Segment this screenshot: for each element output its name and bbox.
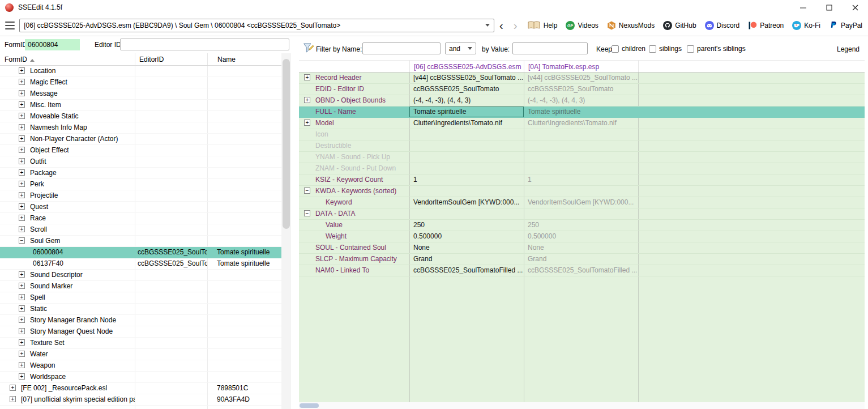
minimize-button[interactable] xyxy=(790,0,816,15)
link-videos[interactable]: GPVideos xyxy=(566,21,598,30)
tree-row[interactable]: 06000804ccBGSSSE025_SoulTo...Tomate spir… xyxy=(0,247,281,258)
expand-icon[interactable]: + xyxy=(19,215,25,221)
record-row[interactable]: +KeywordVendorItemSoulGem [KYWD:000...Ve… xyxy=(299,197,865,208)
expand-icon[interactable]: + xyxy=(19,362,25,368)
siblings-checkbox-box[interactable] xyxy=(649,45,656,53)
collapse-icon[interactable]: − xyxy=(304,210,310,216)
expand-icon[interactable]: + xyxy=(19,339,25,346)
scrollbar-thumb[interactable] xyxy=(283,59,290,229)
tree-row[interactable]: +Race xyxy=(0,213,281,224)
expand-icon[interactable]: + xyxy=(19,283,25,289)
legend-button[interactable]: Legend xyxy=(837,45,860,53)
record-row[interactable]: +ModelClutter\Ingredients\Tomato.nifClut… xyxy=(299,118,865,129)
tree-row[interactable]: 06137F40ccBGSSSE025_SoulTo...Tomate spir… xyxy=(0,258,281,270)
expand-icon[interactable]: + xyxy=(19,351,25,357)
back-button[interactable]: ‹ xyxy=(494,20,508,31)
tree-row[interactable]: +Weapon xyxy=(0,360,281,372)
tree-row[interactable]: +Misc. Item xyxy=(0,100,281,111)
horizontal-scrollbar[interactable] xyxy=(299,402,865,409)
expand-icon[interactable]: + xyxy=(19,203,25,210)
expand-icon[interactable]: + xyxy=(19,181,25,187)
tree-row[interactable]: +Water xyxy=(0,349,281,360)
maximize-button[interactable] xyxy=(816,0,842,15)
record-row[interactable]: −KWDA - Keywords (sorted) xyxy=(299,186,865,197)
tree-row[interactable]: +Scroll xyxy=(0,224,281,236)
children-checkbox-box[interactable] xyxy=(612,45,619,53)
tree-row[interactable]: +Navmesh Info Map xyxy=(0,122,281,134)
expand-icon[interactable]: + xyxy=(19,305,25,312)
tree-row[interactable]: +Quest xyxy=(0,202,281,213)
record-row[interactable]: +Value250250 xyxy=(299,220,865,231)
collapse-icon[interactable]: − xyxy=(304,188,310,194)
tree-row[interactable]: −Soul Gem xyxy=(0,236,281,247)
forward-button[interactable]: › xyxy=(508,20,523,31)
record-row[interactable]: −DATA - DATA xyxy=(299,208,865,220)
link-discord[interactable]: Discord xyxy=(705,21,740,30)
tree-row[interactable]: +Story Manager Quest Node xyxy=(0,326,281,338)
expand-icon[interactable]: + xyxy=(19,147,25,153)
link-github[interactable]: GitHub xyxy=(663,21,696,30)
record-row[interactable]: +SLCP - Maximum CapacityGrandGrand xyxy=(299,254,865,265)
expand-icon[interactable]: + xyxy=(19,317,25,323)
tree-row[interactable]: +Location xyxy=(0,66,281,77)
grid-column-plugin-2[interactable]: [0A] TomatoFix.esp.esp xyxy=(524,61,638,72)
checkbox-children[interactable]: children xyxy=(612,45,645,53)
link-help[interactable]: Help xyxy=(527,20,558,30)
collapse-icon[interactable]: − xyxy=(19,237,25,244)
expand-icon[interactable]: + xyxy=(10,396,16,402)
record-row[interactable]: +EDID - Editor IDccBGSSSE025_SoulTomatoc… xyxy=(299,84,865,95)
tree-row[interactable]: +[07] unofficial skyrim special edition … xyxy=(0,394,281,406)
filter-operator-select[interactable]: and xyxy=(445,42,476,54)
expand-icon[interactable]: + xyxy=(19,101,25,108)
grid-column-plugin-1[interactable]: [06] ccBGSSSE025-AdvDSGS.esm xyxy=(409,61,524,72)
checkbox-siblings[interactable]: siblings xyxy=(649,45,682,53)
tree-row[interactable]: +Static xyxy=(0,304,281,315)
expand-icon[interactable]: + xyxy=(19,192,25,198)
link-kofi[interactable]: Ko-Fi xyxy=(792,21,820,30)
tree-row[interactable]: +Projectile xyxy=(0,190,281,202)
record-row[interactable]: +Weight0.5000000.500000 xyxy=(299,231,865,242)
expand-icon[interactable]: + xyxy=(19,169,25,176)
expand-icon[interactable]: + xyxy=(19,271,25,278)
expand-icon[interactable]: + xyxy=(19,158,25,164)
expand-icon[interactable]: + xyxy=(19,79,25,85)
parents-siblings-checkbox-box[interactable] xyxy=(687,45,694,53)
editorid-input[interactable] xyxy=(120,39,289,50)
expand-icon[interactable]: + xyxy=(19,226,25,232)
close-button[interactable] xyxy=(842,0,868,15)
tree-row[interactable]: +Sound Descriptor xyxy=(0,270,281,281)
expand-icon[interactable]: + xyxy=(19,67,25,74)
tree-row[interactable]: +Worldspace xyxy=(0,372,281,383)
expand-icon[interactable]: + xyxy=(10,385,16,391)
link-paypal[interactable]: PayPal xyxy=(829,21,862,30)
expand-icon[interactable]: + xyxy=(19,294,25,300)
grid-column-fields[interactable] xyxy=(299,61,409,72)
record-row[interactable]: +YNAM - Sound - Pick Up xyxy=(299,152,865,163)
expand-icon[interactable]: + xyxy=(19,90,25,96)
tree-row[interactable]: +Sound Marker xyxy=(0,281,281,292)
tree-row[interactable]: +Object Effect xyxy=(0,145,281,156)
record-row[interactable]: +Icon xyxy=(299,129,865,140)
tree-row[interactable]: +Texture Set xyxy=(0,338,281,349)
expand-icon[interactable]: + xyxy=(19,328,25,334)
address-combobox[interactable]: [06] ccBGSSSE025-AdvDSGS.esm (EBBC9DA9) … xyxy=(19,19,494,32)
tree-row[interactable]: +Moveable Static xyxy=(0,111,281,122)
record-row[interactable]: +Record Header[v44] ccBGSSSE025_SoulToma… xyxy=(299,73,865,84)
filter-value-input[interactable] xyxy=(512,42,588,54)
link-patreon[interactable]: Patreon xyxy=(748,21,784,30)
expand-icon[interactable]: + xyxy=(304,74,310,80)
horizontal-scrollbar-thumb[interactable] xyxy=(300,403,319,408)
tree-row[interactable]: +Story Manager Branch Node xyxy=(0,315,281,326)
column-header-editorid[interactable]: EditorID xyxy=(135,53,207,65)
checkbox-parents-siblings[interactable]: parent's siblings xyxy=(687,45,746,53)
expand-icon[interactable]: + xyxy=(304,97,310,103)
tree-row[interactable]: +Outfit xyxy=(0,156,281,168)
tree-row[interactable]: +Magic Effect xyxy=(0,77,281,88)
tree-row[interactable]: +Perk xyxy=(0,179,281,190)
record-row[interactable]: +NAM0 - Linked ToccBGSSSE025_SoulTomatoF… xyxy=(299,265,865,276)
tree-row[interactable]: +[FE 002] _ResourcePack.esl7898501C xyxy=(0,383,281,394)
menu-icon[interactable] xyxy=(5,22,15,29)
link-nexusmods[interactable]: NexusMods xyxy=(607,21,655,30)
expand-icon[interactable]: + xyxy=(304,120,310,126)
record-row[interactable]: +ZNAM - Sound - Put Down xyxy=(299,163,865,174)
